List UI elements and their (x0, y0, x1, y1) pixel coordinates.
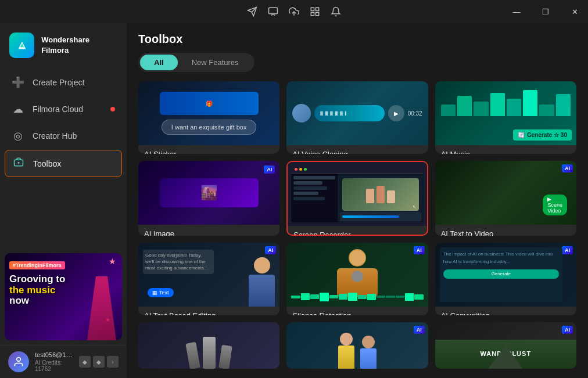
tool-thumb-screen-recorder: ↖ (288, 162, 426, 226)
tool-card-ai-music[interactable]: 🔄 Generate ☆ 30 AI Music (435, 81, 576, 154)
tools-grid: 🎁 I want an exquisite gift box AI Sticke… (138, 81, 576, 378)
upload-icon[interactable] (289, 6, 299, 17)
tool-name-ai-voice: AI Voice Cloning (292, 150, 422, 154)
screen-rec-photo: ↖ (342, 178, 419, 211)
tool-card-partial-3[interactable]: AI WANDERLUST (435, 322, 576, 369)
sidebar-item-toolbox[interactable]: Toolbox (5, 150, 122, 177)
screen-rec-sidebar (291, 174, 338, 222)
tool-info-ai-text-video: AI Text to Video (435, 225, 576, 236)
sticker-text-preview: I want an exquisite gift box (162, 120, 257, 135)
promo-line2: the music (9, 285, 55, 296)
ai-image-preview: AI 🌆 I want a grand cyberpunk scene (138, 161, 279, 225)
music-preview: 🔄 Generate ☆ 30 (435, 81, 576, 145)
tabs-bar: All New Features (138, 53, 254, 72)
tool-card-partial-1[interactable] (138, 322, 279, 369)
voice-play-button[interactable]: ▶ (388, 105, 404, 121)
promo-line3: now (9, 295, 29, 306)
screen-rec-dot-red (295, 168, 297, 171)
music-generate-button[interactable]: 🔄 Generate ☆ 30 (513, 129, 572, 141)
tool-thumb-ai-image: AI 🌆 I want a grand cyberpunk scene (138, 161, 279, 225)
bell-icon[interactable] (331, 6, 341, 17)
notification-dot (110, 107, 115, 111)
promo-banner-image: ★ ★ ★ #TrendinginFilmora Grooving to the… (5, 253, 122, 340)
maximize-button[interactable]: ❐ (532, 0, 559, 23)
tool-card-partial-2[interactable]: AI (286, 322, 428, 369)
copywriting-generate-btn[interactable]: Generate (443, 269, 559, 279)
sidebar-item-filmora-cloud[interactable]: ☁ Filmora Cloud (5, 96, 122, 122)
user-forward-icon[interactable]: › (107, 356, 119, 368)
user-email: test056@163.com (35, 351, 73, 358)
voice-duration: 00:32 (408, 110, 422, 117)
cloud-icon: ☁ (12, 103, 24, 116)
tool-name-ai-sticker: AI Sticker (144, 150, 274, 154)
promo-banner[interactable]: ★ ★ ★ #TrendinginFilmora Grooving to the… (5, 253, 122, 340)
timeline-progress (342, 215, 399, 218)
close-button[interactable]: ✕ (561, 0, 588, 23)
music-waveform (441, 87, 571, 116)
screen-recorder-mockup: ↖ (291, 165, 423, 222)
toolbox-label: Toolbox (33, 159, 61, 168)
sidebar-item-creator-hub[interactable]: ◎ Creator Hub (5, 123, 122, 149)
tool-info-silence: Silence Detection (286, 307, 428, 315)
voice-preview: ▐▌▐▌▐▌▐▌▐▌▐ ▶ 00:32 (286, 81, 428, 145)
tool-thumb-ai-music: 🔄 Generate ☆ 30 (435, 81, 576, 145)
tool-thumb-ai-copywriting: AI The impact of AI on business: This vi… (435, 243, 576, 307)
tab-all[interactable]: All (140, 55, 178, 70)
partial-thumb-1 (138, 322, 279, 369)
partial-thumb-2: AI (286, 322, 428, 369)
screen-rec-timeline (340, 212, 421, 221)
tool-card-ai-image[interactable]: AI 🌆 I want a grand cyberpunk scene AI I… (138, 161, 279, 236)
user-avatar (8, 351, 29, 372)
logo-area: Wondershare Filmora (0, 23, 127, 70)
user-info: test056@163.com AI Credits: 11762 (35, 351, 73, 372)
screen-rec-dot-green (304, 168, 307, 171)
text-editing-content: Good day everyone! Today, we'll be discu… (143, 250, 214, 274)
window-controls: — ❐ ✕ (503, 0, 588, 23)
voice-waveform: ▐▌▐▌▐▌▐▌▐▌▐ (314, 105, 384, 121)
tool-name-ai-text-video: AI Text to Video (441, 229, 571, 236)
text-video-preview: AI Good day everyone! Today, we'll be di… (435, 161, 576, 225)
creator-hub-icon: ◎ (12, 129, 24, 142)
tool-card-ai-voice-cloning[interactable]: ▐▌▐▌▐▌▐▌▐▌▐ ▶ 00:32 AI Voice Cloning (286, 81, 428, 154)
tool-card-ai-text-video[interactable]: AI Good day everyone! Today, we'll be di… (435, 161, 576, 236)
svg-point-11 (17, 358, 21, 362)
screen-recorder-preview: ↖ (288, 162, 426, 226)
user-diamond-icon[interactable]: ◆ (79, 356, 91, 368)
ai-badge-text-editing: AI (265, 246, 276, 254)
page-title: Toolbox (138, 33, 182, 46)
tool-info-ai-image: AI Image (138, 225, 279, 236)
tool-info-screen-recorder: Screen Recorder (288, 226, 426, 236)
text-editing-preview: AI Good day everyone! Today, we'll be di… (138, 243, 279, 307)
tab-new-features[interactable]: New Features (178, 55, 253, 70)
voice-avatar (292, 104, 311, 123)
toolbox-icon (12, 157, 25, 170)
sidebar: Wondershare Filmora ➕ Create Project ☁ F… (0, 23, 127, 378)
ai-sticker-preview: 🎁 I want an exquisite gift box (138, 81, 279, 145)
svg-rect-4 (311, 8, 314, 10)
chat-icon[interactable] (268, 6, 278, 17)
topbar-icons (247, 6, 341, 17)
copywriting-preview: AI The impact of AI on business: This vi… (435, 243, 576, 307)
user-diamond2-icon[interactable]: ◆ (93, 356, 105, 368)
tool-card-ai-text-editing[interactable]: AI Good day everyone! Today, we'll be di… (138, 243, 279, 315)
create-project-icon: ➕ (12, 76, 24, 89)
sidebar-item-create-project[interactable]: ➕ Create Project (5, 70, 122, 95)
ai-badge-copywriting: AI (562, 246, 573, 254)
grid-icon[interactable] (310, 6, 320, 17)
sidebar-bottom: ★ ★ ★ #TrendinginFilmora Grooving to the… (0, 249, 127, 378)
tool-info-ai-music: AI Music (435, 145, 576, 154)
tool-card-ai-copywriting[interactable]: AI The impact of AI on business: This vi… (435, 243, 576, 315)
tool-card-screen-recorder[interactable]: ↖ Screen Recorder (286, 161, 428, 236)
content-area: Toolbox All New Features 🎁 I want an exq… (127, 23, 588, 378)
send-icon[interactable] (247, 6, 257, 17)
content-header: Toolbox (138, 33, 576, 46)
ai-badge-text-video: AI (562, 164, 573, 172)
user-area: test056@163.com AI Credits: 11762 ◆ ◆ › (0, 345, 127, 378)
tool-thumb-silence: AI (286, 243, 428, 307)
tool-card-ai-sticker[interactable]: 🎁 I want an exquisite gift box AI Sticke… (138, 81, 279, 154)
creator-hub-label: Creator Hub (33, 131, 77, 141)
minimize-button[interactable]: — (503, 0, 530, 23)
tool-card-silence-detection[interactable]: AI (286, 243, 428, 315)
tool-name-ai-text-editing: AI Text Based Editing (144, 311, 274, 315)
silence-preview: AI (286, 243, 428, 307)
